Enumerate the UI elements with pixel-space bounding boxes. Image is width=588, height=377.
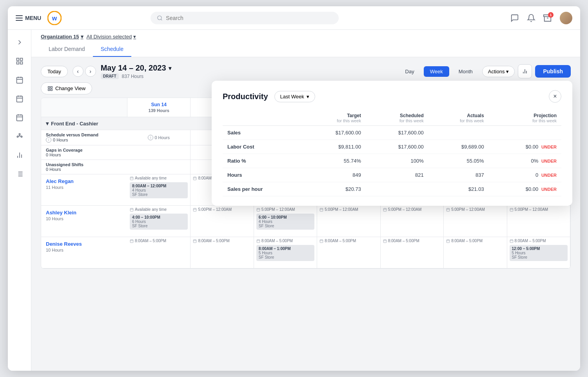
prod-title: Productivity (223, 92, 268, 101)
next-week-button[interactable]: › (85, 66, 96, 77)
prod-row-ratio: Ratio % 55.74% 100% 55.05% 0% UNDER (223, 154, 561, 168)
view-day-button[interactable]: Day (399, 66, 421, 77)
day-header-0: Sun 14 139 Hours (127, 98, 191, 117)
prod-val-hours-2: 837 (428, 168, 489, 182)
prod-row-laborcost: Labor Cost $9,811.00 $17,600.00 $9,689.0… (223, 140, 561, 154)
prod-val-laborcost-3: $0.00 UNDER (489, 140, 561, 154)
sidebar-icon-list[interactable] (12, 166, 27, 182)
view-month-button[interactable]: Month (452, 66, 479, 77)
tab-row: Labor Demand Schedule (41, 42, 571, 57)
employee-2-slot-4[interactable]: 8:00AM – 5:00PM (381, 237, 444, 268)
svg-rect-40 (51, 89, 52, 91)
employee-1-slot-4[interactable]: 5:00PM – 12:00AM (381, 206, 444, 237)
division-chevron-icon: ▾ (133, 34, 136, 40)
menu-label: MENU (25, 15, 41, 21)
sidebar-icon-collapse[interactable] (12, 34, 27, 50)
publish-button[interactable]: Publish (535, 65, 571, 78)
prod-week-chevron-icon: ▾ (307, 94, 309, 100)
info-icon-1[interactable]: i (46, 137, 51, 143)
today-button[interactable]: Today (41, 66, 68, 77)
schedule-area: Today ‹ › May 14 – 20, 2023 ▾ DRAFT (31, 57, 580, 371)
tab-labor-demand[interactable]: Labor Demand (41, 42, 93, 57)
schedule-right: Day Week Month Actions ▾ Publish (399, 64, 571, 78)
svg-rect-45 (194, 177, 197, 180)
sidebar-icon-calendar1[interactable] (12, 72, 27, 88)
employee-1-slot-1[interactable]: 5:00PM – 12:00AM (191, 206, 254, 237)
under-tag-sph: UNDER (541, 187, 557, 192)
employee-row-1: Ashley Klein 10 Hours Available any time… (41, 206, 570, 237)
info-icon-2[interactable]: i (148, 135, 153, 140)
notifications-icon[interactable] (527, 14, 535, 22)
svg-rect-97 (130, 239, 133, 243)
svg-text:w: w (52, 15, 57, 22)
chart-icon-button[interactable] (518, 64, 532, 78)
nav-icons: 1 (510, 12, 572, 24)
prod-val-sph-1 (366, 182, 428, 196)
prod-val-laborcost-2: $9,689.00 (428, 140, 489, 154)
employee-2-slot-5[interactable]: 8:00AM – 5:00PM (444, 237, 507, 268)
employee-info-0: Alec Regan 11 Hours (41, 174, 127, 205)
svg-rect-93 (510, 208, 513, 211)
prod-val-hours-0: 849 (303, 168, 366, 182)
employee-1-slot-0[interactable]: Available any time 4:00 – 10:00PM 6 Hour… (127, 206, 191, 237)
messages-icon[interactable] (510, 14, 519, 22)
svg-point-24 (21, 136, 22, 137)
prod-label-sph: Sales per hour (223, 182, 303, 196)
inbox-icon[interactable]: 1 (543, 14, 552, 22)
hamburger-icon (16, 15, 23, 21)
actions-button[interactable]: Actions ▾ (482, 66, 515, 77)
tab-schedule[interactable]: Schedule (93, 42, 131, 57)
svg-rect-5 (16, 58, 19, 61)
employee-name-2[interactable]: Denise Reeves (46, 241, 123, 247)
employee-2-slot-3[interactable]: 8:00AM – 5:00PM (317, 237, 380, 268)
employee-1-slot-2[interactable]: 5:00PM – 12:00AM 6:00 – 10:00PM 4 Hours … (254, 206, 317, 237)
schedule-left: Today ‹ › May 14 – 20, 2023 ▾ DRAFT (41, 63, 171, 79)
sidebar-icon-org[interactable] (12, 129, 27, 144)
sidebar-icon-calendar2[interactable] (12, 91, 27, 107)
sidebar-icon-calendar3[interactable] (12, 110, 27, 125)
division-selector[interactable]: All Division selected ▾ (87, 34, 136, 40)
employee-1-slot-5[interactable]: 5:00PM – 12:00AM (444, 206, 507, 237)
sidebar-icon-grid[interactable] (12, 53, 27, 69)
prod-col-header-0 (223, 111, 303, 126)
nav-arrows: ‹ › (73, 66, 96, 77)
employee-2-slot-1[interactable]: 8:00AM – 5:00PM (191, 237, 254, 268)
employee-1-slot-3[interactable]: 5:00PM – 12:00AM (317, 206, 380, 237)
view-week-button[interactable]: Week (424, 66, 449, 77)
menu-button[interactable]: MENU (16, 15, 41, 21)
section-chevron-icon[interactable]: ▾ (46, 120, 49, 127)
user-avatar[interactable] (560, 12, 572, 24)
svg-rect-69 (130, 208, 133, 211)
svg-rect-17 (16, 115, 22, 121)
svg-rect-117 (446, 239, 450, 243)
prod-val-ratio-1: 100% (366, 154, 428, 168)
prod-val-sales-3 (489, 126, 561, 140)
prev-week-button[interactable]: ‹ (73, 66, 83, 77)
employee-2-slot-0[interactable]: 8:00AM – 5:00PM (127, 237, 191, 268)
productivity-panel: Productivity Last Week ▾ × Tar (212, 81, 572, 206)
prod-val-sph-0: $20.73 (303, 182, 366, 196)
employee-0-slot-0[interactable]: Available any time 8:00AM – 12:00PM 4 Ho… (127, 174, 191, 205)
search-input[interactable] (166, 15, 332, 21)
under-tag-ratio: UNDER (541, 159, 557, 163)
prod-close-button[interactable]: × (549, 90, 561, 103)
org-selector[interactable]: Organization 15 ▾ (41, 34, 83, 40)
prod-val-ratio-3: 0% UNDER (489, 154, 561, 168)
employee-name-0[interactable]: Alec Regan (46, 178, 123, 184)
date-dropdown-icon[interactable]: ▾ (169, 65, 171, 71)
employee-1-slot-6[interactable]: 5:00PM – 12:00AM (507, 206, 570, 237)
employee-2-slot-2[interactable]: 8:00AM – 5:00PM 8:00AM – 1:00PM 5 Hours … (254, 237, 317, 268)
employee-row-2: Denise Reeves 10 Hours 8:00AM – 5:00PM 8… (41, 237, 570, 268)
svg-point-23 (17, 136, 18, 137)
total-hours: 837 Hours (122, 74, 143, 79)
change-view-button[interactable]: Change View (41, 82, 92, 94)
sidebar-icon-chart[interactable] (12, 147, 27, 163)
svg-rect-7 (16, 62, 19, 64)
under-tag-hours: UNDER (541, 173, 557, 178)
employee-2-slot-6[interactable]: 8:00AM – 5:00PM 12:00 – 5:00PM 5 Hours S… (507, 237, 570, 268)
employee-name-1[interactable]: Ashley Klein (46, 210, 123, 216)
prod-week-button[interactable]: Last Week ▾ (274, 91, 315, 102)
draft-badge: DRAFT (101, 73, 119, 79)
search-bar[interactable] (151, 12, 339, 24)
employee-hours-0: 11 Hours (46, 185, 123, 190)
